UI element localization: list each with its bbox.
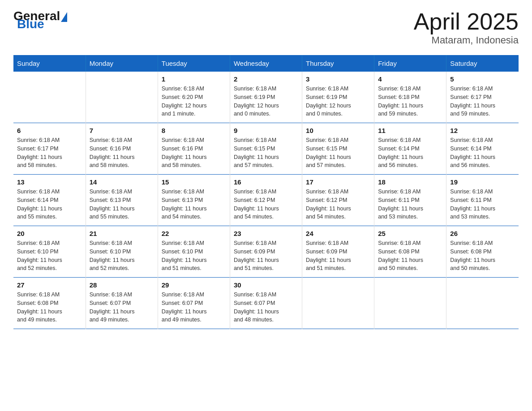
day-number: 20 [17,230,82,237]
day-info: Sunrise: 6:18 AMSunset: 6:07 PMDaylight:… [90,291,154,324]
day-number: 8 [162,127,226,134]
day-info: Sunrise: 6:18 AMSunset: 6:10 PMDaylight:… [162,239,226,273]
day-number: 15 [162,178,226,186]
calendar-week-4: 20Sunrise: 6:18 AMSunset: 6:10 PMDayligh… [13,226,519,278]
calendar-cell-2-4: 9Sunrise: 6:18 AMSunset: 6:15 PMDaylight… [230,123,302,175]
day-number: 4 [378,75,442,83]
day-info: Sunrise: 6:18 AMSunset: 6:19 PMDaylight:… [234,85,298,118]
calendar-cell-3-5: 17Sunrise: 6:18 AMSunset: 6:12 PMDayligh… [302,175,374,226]
day-number: 21 [90,230,154,237]
day-info: Sunrise: 6:18 AMSunset: 6:07 PMDaylight:… [234,291,298,324]
day-number: 6 [17,127,82,134]
calendar-cell-2-2: 7Sunrise: 6:18 AMSunset: 6:16 PMDaylight… [86,123,158,175]
day-info: Sunrise: 6:18 AMSunset: 6:11 PMDaylight:… [378,188,442,221]
header-thursday: Thursday [302,55,374,72]
calendar-cell-5-5 [302,278,374,329]
day-number: 10 [306,127,370,134]
day-info: Sunrise: 6:18 AMSunset: 6:08 PMDaylight:… [17,291,82,324]
day-number: 11 [378,127,442,134]
day-number: 29 [162,281,226,289]
day-number: 12 [450,127,515,134]
calendar-cell-5-7 [446,278,519,329]
page-header: General Blue April 2025 Mataram, Indones… [13,9,519,46]
day-info: Sunrise: 6:18 AMSunset: 6:09 PMDaylight:… [234,239,298,273]
day-number: 28 [90,281,154,289]
header-friday: Friday [374,55,446,72]
day-number: 7 [90,127,154,134]
calendar-cell-1-5: 3Sunrise: 6:18 AMSunset: 6:19 PMDaylight… [302,72,374,123]
day-number: 5 [450,75,515,83]
day-number: 14 [90,178,154,186]
day-info: Sunrise: 6:18 AMSunset: 6:13 PMDaylight:… [90,188,154,221]
day-number: 1 [162,75,226,83]
day-info: Sunrise: 6:18 AMSunset: 6:13 PMDaylight:… [162,188,226,221]
calendar-cell-4-3: 22Sunrise: 6:18 AMSunset: 6:10 PMDayligh… [158,226,230,278]
calendar-week-3: 13Sunrise: 6:18 AMSunset: 6:14 PMDayligh… [13,175,519,226]
calendar-cell-3-4: 16Sunrise: 6:18 AMSunset: 6:12 PMDayligh… [230,175,302,226]
day-info: Sunrise: 6:18 AMSunset: 6:14 PMDaylight:… [17,188,82,221]
calendar-cell-1-1 [13,72,86,123]
day-number: 17 [306,178,370,186]
day-info: Sunrise: 6:18 AMSunset: 6:09 PMDaylight:… [306,239,370,273]
calendar-cell-3-2: 14Sunrise: 6:18 AMSunset: 6:13 PMDayligh… [86,175,158,226]
day-info: Sunrise: 6:18 AMSunset: 6:10 PMDaylight:… [90,239,154,273]
day-info: Sunrise: 6:18 AMSunset: 6:12 PMDaylight:… [306,188,370,221]
calendar-cell-5-2: 28Sunrise: 6:18 AMSunset: 6:07 PMDayligh… [86,278,158,329]
day-number: 30 [234,281,298,289]
calendar-cell-1-6: 4Sunrise: 6:18 AMSunset: 6:18 PMDaylight… [374,72,446,123]
day-info: Sunrise: 6:18 AMSunset: 6:12 PMDaylight:… [234,188,298,221]
calendar-cell-2-3: 8Sunrise: 6:18 AMSunset: 6:16 PMDaylight… [158,123,230,175]
calendar-cell-4-5: 24Sunrise: 6:18 AMSunset: 6:09 PMDayligh… [302,226,374,278]
day-info: Sunrise: 6:18 AMSunset: 6:14 PMDaylight:… [378,136,442,170]
calendar-cell-3-7: 19Sunrise: 6:18 AMSunset: 6:11 PMDayligh… [446,175,519,226]
calendar-cell-1-2 [86,72,158,123]
day-number: 19 [450,178,515,186]
page-subtitle: Mataram, Indonesia [414,34,519,46]
calendar-header-row: SundayMondayTuesdayWednesdayThursdayFrid… [13,55,519,72]
day-number: 3 [306,75,370,83]
day-info: Sunrise: 6:18 AMSunset: 6:15 PMDaylight:… [306,136,370,170]
calendar-cell-2-6: 11Sunrise: 6:18 AMSunset: 6:14 PMDayligh… [374,123,446,175]
day-info: Sunrise: 6:18 AMSunset: 6:08 PMDaylight:… [450,239,515,273]
day-info: Sunrise: 6:18 AMSunset: 6:14 PMDaylight:… [450,136,515,170]
calendar-cell-3-3: 15Sunrise: 6:18 AMSunset: 6:13 PMDayligh… [158,175,230,226]
day-info: Sunrise: 6:18 AMSunset: 6:17 PMDaylight:… [17,136,82,170]
header-tuesday: Tuesday [158,55,230,72]
day-number: 2 [234,75,298,83]
calendar-cell-5-3: 29Sunrise: 6:18 AMSunset: 6:07 PMDayligh… [158,278,230,329]
day-info: Sunrise: 6:18 AMSunset: 6:10 PMDaylight:… [17,239,82,273]
calendar-cell-1-4: 2Sunrise: 6:18 AMSunset: 6:19 PMDaylight… [230,72,302,123]
calendar-cell-2-7: 12Sunrise: 6:18 AMSunset: 6:14 PMDayligh… [446,123,519,175]
day-info: Sunrise: 6:18 AMSunset: 6:20 PMDaylight:… [162,85,226,118]
calendar-cell-3-6: 18Sunrise: 6:18 AMSunset: 6:11 PMDayligh… [374,175,446,226]
calendar-week-2: 6Sunrise: 6:18 AMSunset: 6:17 PMDaylight… [13,123,519,175]
day-info: Sunrise: 6:18 AMSunset: 6:11 PMDaylight:… [450,188,515,221]
day-info: Sunrise: 6:18 AMSunset: 6:17 PMDaylight:… [450,85,515,118]
calendar-cell-5-4: 30Sunrise: 6:18 AMSunset: 6:07 PMDayligh… [230,278,302,329]
day-number: 13 [17,178,82,186]
day-number: 24 [306,230,370,237]
logo: General Blue [13,9,67,31]
day-info: Sunrise: 6:18 AMSunset: 6:08 PMDaylight:… [378,239,442,273]
page-title: April 2025 [414,9,519,34]
day-number: 18 [378,178,442,186]
day-info: Sunrise: 6:18 AMSunset: 6:16 PMDaylight:… [90,136,154,170]
calendar-cell-1-3: 1Sunrise: 6:18 AMSunset: 6:20 PMDaylight… [158,72,230,123]
calendar-cell-2-5: 10Sunrise: 6:18 AMSunset: 6:15 PMDayligh… [302,123,374,175]
logo-blue-text: Blue [15,17,44,31]
header-wednesday: Wednesday [230,55,302,72]
day-info: Sunrise: 6:18 AMSunset: 6:07 PMDaylight:… [162,291,226,324]
header-monday: Monday [86,55,158,72]
calendar-week-5: 27Sunrise: 6:18 AMSunset: 6:08 PMDayligh… [13,278,519,329]
calendar-cell-3-1: 13Sunrise: 6:18 AMSunset: 6:14 PMDayligh… [13,175,86,226]
day-info: Sunrise: 6:18 AMSunset: 6:18 PMDaylight:… [378,85,442,118]
header-sunday: Sunday [13,55,86,72]
calendar-cell-5-1: 27Sunrise: 6:18 AMSunset: 6:08 PMDayligh… [13,278,86,329]
header-saturday: Saturday [446,55,519,72]
calendar-cell-4-4: 23Sunrise: 6:18 AMSunset: 6:09 PMDayligh… [230,226,302,278]
title-block: April 2025 Mataram, Indonesia [414,9,519,46]
calendar-cell-4-1: 20Sunrise: 6:18 AMSunset: 6:10 PMDayligh… [13,226,86,278]
day-number: 9 [234,127,298,134]
calendar-cell-4-7: 26Sunrise: 6:18 AMSunset: 6:08 PMDayligh… [446,226,519,278]
day-number: 25 [378,230,442,237]
